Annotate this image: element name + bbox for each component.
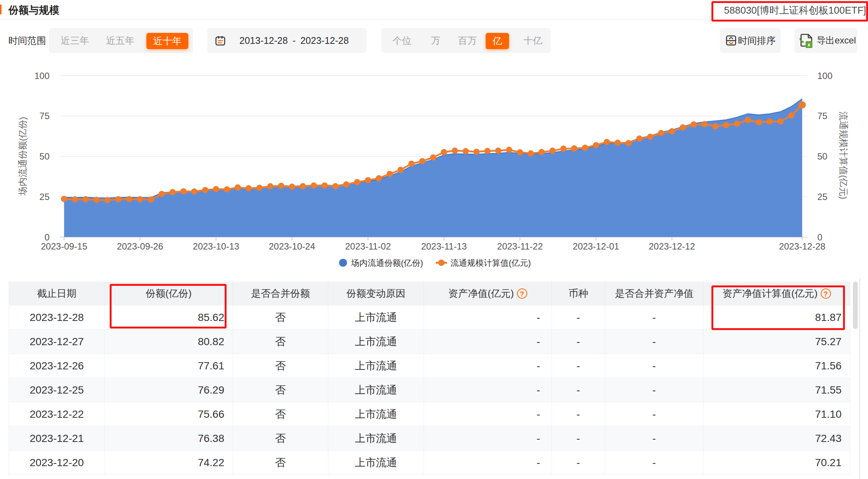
svg-text:2023-12-01: 2023-12-01 xyxy=(573,241,619,251)
svg-text:2023-10-13: 2023-10-13 xyxy=(193,241,239,251)
svg-text:2023-12-28: 2023-12-28 xyxy=(779,241,826,251)
svg-text:100: 100 xyxy=(817,71,832,81)
svg-text:2023-09-26: 2023-09-26 xyxy=(117,241,163,251)
svg-text:25: 25 xyxy=(39,192,50,202)
svg-text:场内流通份额(亿份): 场内流通份额(亿份) xyxy=(351,258,423,268)
svg-text:50: 50 xyxy=(817,151,828,161)
svg-text:2023-11-22: 2023-11-22 xyxy=(497,241,543,251)
svg-text:75: 75 xyxy=(817,111,828,121)
svg-text:场内流通份额(亿份): 场内流通份额(亿份) xyxy=(17,117,28,196)
svg-text:流通规模计算值(亿元): 流通规模计算值(亿元) xyxy=(450,258,531,268)
svg-text:25: 25 xyxy=(817,192,828,202)
svg-text:0: 0 xyxy=(45,232,50,242)
svg-text:流通规模计算值(亿元): 流通规模计算值(亿元) xyxy=(838,112,849,199)
svg-text:50: 50 xyxy=(39,151,50,161)
svg-text:x: x xyxy=(807,42,811,48)
svg-text:2023-11-13: 2023-11-13 xyxy=(421,241,467,251)
svg-text:2023-11-02: 2023-11-02 xyxy=(345,241,391,251)
svg-text:100: 100 xyxy=(34,71,50,81)
svg-text:2023-09-15: 2023-09-15 xyxy=(41,241,87,251)
svg-text:0: 0 xyxy=(817,232,822,242)
svg-text:2023-10-24: 2023-10-24 xyxy=(269,241,315,251)
svg-text:2023-12-12: 2023-12-12 xyxy=(649,241,695,251)
svg-text:75: 75 xyxy=(39,111,50,121)
